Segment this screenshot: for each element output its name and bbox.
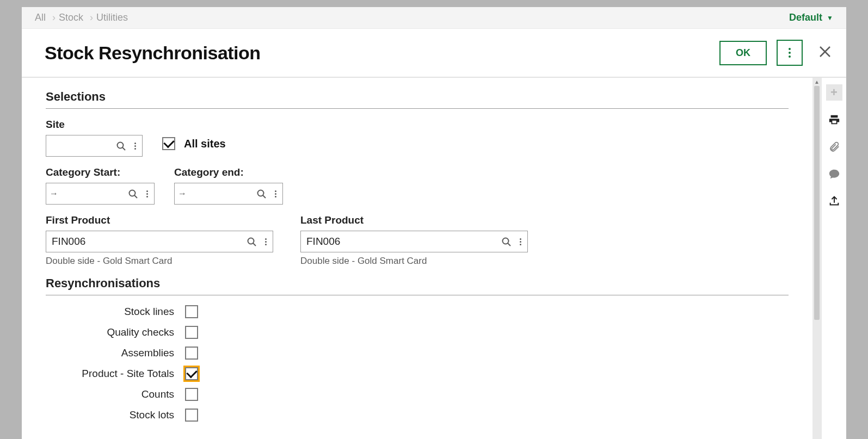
section-rule <box>46 295 789 295</box>
all-sites-label: All sites <box>184 138 226 150</box>
category-start-input-wrap: → <box>46 183 155 205</box>
search-icon[interactable] <box>244 237 258 246</box>
svg-point-10 <box>502 238 508 244</box>
first-product-label: First Product <box>46 214 273 226</box>
svg-line-3 <box>122 147 125 150</box>
right-rail: + <box>821 78 846 439</box>
category-start-label: Category Start: <box>46 166 155 178</box>
resync-checkbox[interactable] <box>185 388 198 401</box>
search-icon[interactable] <box>254 189 268 199</box>
more-actions-button[interactable] <box>777 40 803 66</box>
ok-button[interactable]: OK <box>719 41 767 65</box>
resync-item-label: Product - Site Totals <box>46 368 174 380</box>
svg-line-5 <box>134 195 137 198</box>
svg-point-8 <box>248 238 254 244</box>
svg-point-4 <box>129 190 135 196</box>
breadcrumb-stock[interactable]: Stock <box>59 12 83 23</box>
breadcrumb-utilities[interactable]: Utilities <box>96 12 128 23</box>
resync-item-label: Assemblies <box>46 347 174 359</box>
field-menu-button[interactable] <box>128 143 142 150</box>
app-window: All › Stock › Utilities Default ▼ Stock … <box>22 7 846 439</box>
section-rule <box>46 108 789 109</box>
breadcrumb-all[interactable]: All <box>35 12 46 23</box>
scrollbar[interactable]: ▲ <box>812 78 821 439</box>
site-input[interactable] <box>46 140 114 152</box>
resync-item-label: Quality checks <box>46 326 174 338</box>
category-end-input[interactable] <box>190 188 254 200</box>
field-menu-button[interactable] <box>258 238 273 245</box>
resync-item-label: Stock lots <box>46 409 174 421</box>
caret-down-icon[interactable]: ▼ <box>827 14 833 22</box>
chevron-right-icon: › <box>52 12 56 23</box>
comment-icon[interactable] <box>826 166 842 182</box>
last-product-helper: Double side - Gold Smart Card <box>300 256 528 267</box>
resync-row: Quality checks <box>46 326 789 339</box>
view-mode-label[interactable]: Default <box>789 12 822 23</box>
print-icon[interactable] <box>826 112 842 128</box>
field-menu-button[interactable] <box>268 190 282 197</box>
resync-checkbox[interactable] <box>185 326 198 339</box>
first-product-input[interactable] <box>46 236 244 248</box>
scrollbar-thumb[interactable] <box>814 86 820 320</box>
resync-checkbox[interactable] <box>185 347 198 360</box>
svg-line-9 <box>253 243 256 246</box>
resync-checkbox[interactable] <box>185 409 198 422</box>
section-selections-title: Selections <box>46 90 789 104</box>
page-title: Stock Resynchronisation <box>45 42 261 64</box>
field-menu-button[interactable] <box>513 238 527 245</box>
svg-line-7 <box>263 195 266 198</box>
site-input-wrap <box>46 135 143 157</box>
form-area: Selections Site <box>22 78 812 439</box>
close-button[interactable] <box>817 45 833 61</box>
add-icon[interactable]: + <box>826 84 842 101</box>
body: Selections Site <box>22 78 846 439</box>
svg-line-11 <box>508 243 510 246</box>
all-sites-checkbox[interactable] <box>162 137 175 150</box>
resync-list: Stock linesQuality checksAssembliesProdu… <box>46 305 789 422</box>
section-resync-title: Resynchronisations <box>46 276 789 290</box>
resync-item-label: Stock lines <box>46 306 174 318</box>
chevron-right-icon: › <box>90 12 93 23</box>
svg-point-6 <box>257 190 263 196</box>
arrow-right-icon: → <box>46 189 61 199</box>
site-label: Site <box>46 119 143 131</box>
search-icon[interactable] <box>499 237 513 246</box>
category-start-input[interactable] <box>61 188 126 200</box>
svg-point-2 <box>117 142 123 148</box>
arrow-right-icon: → <box>175 189 190 199</box>
resync-row: Stock lots <box>46 409 789 422</box>
resync-row: Counts <box>46 388 789 401</box>
category-end-input-wrap: → <box>174 183 283 205</box>
search-icon[interactable] <box>126 189 140 199</box>
field-menu-button[interactable] <box>140 190 154 197</box>
search-icon[interactable] <box>114 141 128 151</box>
last-product-label: Last Product <box>300 214 528 226</box>
close-icon <box>818 45 832 61</box>
resync-item-label: Counts <box>46 388 174 400</box>
vertical-dots-icon <box>789 48 791 58</box>
resync-row: Product - Site Totals <box>46 367 789 380</box>
export-icon[interactable] <box>826 193 842 209</box>
scroll-up-arrow-icon[interactable]: ▲ <box>814 79 820 85</box>
breadcrumb: All › Stock › Utilities Default ▼ <box>22 7 846 29</box>
resync-row: Stock lines <box>46 305 789 318</box>
resync-checkbox[interactable] <box>185 367 198 380</box>
resync-checkbox[interactable] <box>185 305 198 318</box>
last-product-input[interactable] <box>301 236 499 248</box>
resync-row: Assemblies <box>46 347 789 360</box>
attachment-icon[interactable] <box>826 139 842 155</box>
category-end-label: Category end: <box>174 166 283 178</box>
page-header: Stock Resynchronisation OK <box>22 29 846 78</box>
first-product-helper: Double side - Gold Smart Card <box>46 256 273 267</box>
first-product-input-wrap <box>46 231 273 252</box>
last-product-input-wrap <box>300 231 528 252</box>
